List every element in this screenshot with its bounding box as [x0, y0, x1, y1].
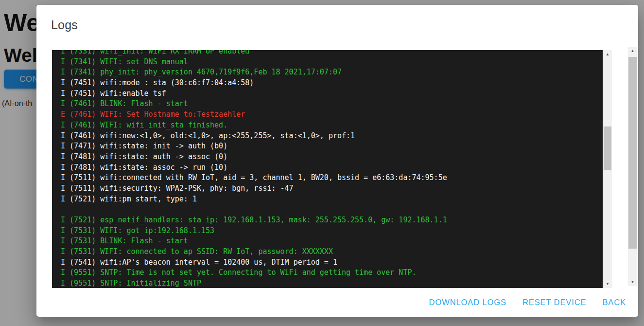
scroll-up-icon: ▲	[606, 53, 609, 56]
log-line: I (7511) wifi:connected with RW IoT, aid…	[61, 173, 447, 183]
logs-dialog: Logs I (7331) wifi_init: WiFi RX IRAM OP…	[36, 5, 638, 317]
log-line: I (7331) wifi_init: WiFi RX IRAM OP enab…	[61, 50, 447, 57]
log-line: I (7461) BLINK: Flash - start	[61, 99, 447, 109]
log-lines: I (7331) wifi_init: WiFi RX IRAM OP enab…	[61, 50, 447, 288]
scroll-down-icon: ▼	[631, 280, 635, 284]
dialog-scrollbar[interactable]: ▲ ▼	[628, 47, 637, 286]
log-scrollbar-thumb[interactable]	[604, 127, 611, 170]
log-line: I (7531) BLINK: Flash - start	[61, 236, 447, 247]
dialog-title: Logs	[51, 18, 78, 32]
scroll-down-icon: ▼	[606, 282, 609, 286]
log-line: I (7481) wifi:state: auth -> assoc (0)	[61, 152, 447, 163]
log-line: I (7511) wifi:security: WPA2-PSK, phy: b…	[61, 183, 447, 194]
dialog-actions: DOWNLOAD LOGSRESET DEVICEBACK	[36, 288, 630, 317]
log-line: E (7461) WIFI: Set Hostname to:Testzaehl…	[61, 109, 447, 120]
log-line: I (7481) wifi:state: assoc -> run (10)	[61, 163, 447, 173]
log-line: I (7451) wifi:mode : sta (30:c6:f7:04:a4…	[61, 78, 447, 89]
log-output[interactable]: I (7331) wifi_init: WiFi RX IRAM OP enab…	[52, 50, 603, 288]
log-line: I (7521) esp_netif_handlers: sta ip: 192…	[61, 215, 447, 226]
log-line: I (9551) SNTP: Initializing SNTP	[61, 278, 447, 288]
log-line: I (7471) wifi:state: init -> auth (b0)	[61, 141, 447, 152]
log-line: I (7541) wifi:AP's beacon interval = 102…	[61, 257, 447, 268]
log-line: I (7531) WIFI: connected to ap SSID: RW …	[61, 247, 447, 257]
scroll-down-button[interactable]: ▼	[628, 278, 637, 286]
scroll-up-button[interactable]: ▲	[603, 50, 612, 58]
log-line: I (7451) wifi:enable tsf	[61, 89, 447, 99]
scroll-up-icon: ▲	[631, 49, 635, 53]
log-line: I (7341) phy_init: phy_version 4670,719f…	[61, 67, 447, 78]
log-scrollbar[interactable]: ▲ ▼	[603, 50, 612, 288]
scroll-up-button[interactable]: ▲	[628, 47, 637, 55]
log-line: I (7461) wifi:new:<1,0>, old:<1,0>, ap:<…	[61, 131, 447, 142]
log-line	[61, 204, 447, 215]
log-line: I (9551) SNTP: Time is not set yet. Conn…	[61, 268, 447, 278]
log-line: I (7341) WIFI: set DNS manual	[61, 57, 447, 68]
log-line: I (7531) WIFI: got ip:192.168.1.153	[61, 226, 447, 236]
scroll-down-button[interactable]: ▼	[603, 280, 612, 288]
dialog-header: Logs	[36, 5, 638, 46]
dialog-scrollbar-thumb[interactable]	[628, 57, 637, 249]
download-logs-button[interactable]: DOWNLOAD LOGS	[425, 294, 511, 311]
back-button[interactable]: BACK	[598, 294, 630, 311]
reset-device-button[interactable]: RESET DEVICE	[518, 294, 591, 311]
log-line: I (7521) wifi:pm start, type: 1	[61, 194, 447, 205]
log-line: I (7461) WIFI: wifi_init_sta finished.	[61, 120, 447, 131]
